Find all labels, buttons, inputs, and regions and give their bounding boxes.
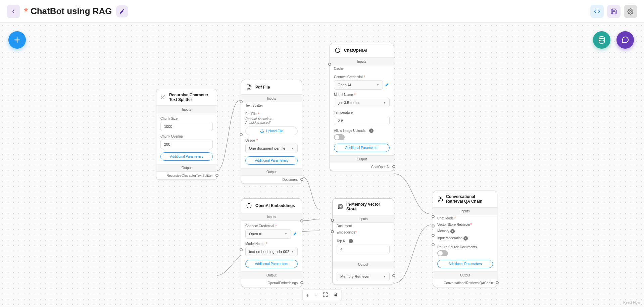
port-mid[interactable]	[240, 133, 243, 136]
embeddings-port[interactable]	[331, 230, 334, 233]
chat-model-label: Chat Model*	[433, 215, 497, 221]
svg-rect-12	[335, 294, 337, 296]
node-vector-store[interactable]: In-Memory Vector Store Inputs Document E…	[332, 198, 394, 285]
credential-select[interactable]: Open AI▼	[245, 229, 291, 239]
pdf-file-label: Pdf File*	[245, 112, 298, 116]
model-select[interactable]: text-embedding-ada-002▼	[245, 247, 298, 256]
info-icon[interactable]: i	[349, 239, 353, 243]
svg-text:PDF: PDF	[248, 88, 250, 89]
additional-params-button[interactable]: Additional Parameters	[160, 152, 213, 161]
output-port[interactable]	[392, 274, 395, 277]
cache-port[interactable]	[328, 63, 331, 66]
chat-model-port[interactable]	[432, 215, 435, 218]
pencil-icon	[385, 82, 390, 87]
chat-icon	[621, 36, 629, 44]
allow-image-toggle[interactable]	[334, 134, 345, 140]
additional-params-button[interactable]: Additional Parameters	[437, 260, 493, 268]
port-top[interactable]	[300, 219, 303, 222]
back-button[interactable]	[7, 5, 20, 18]
page-title: ChatBot using RAG	[31, 6, 112, 16]
edit-credential-button[interactable]	[293, 231, 298, 237]
fit-view-button[interactable]	[323, 292, 328, 299]
usage-select[interactable]: One document per file▼	[245, 144, 298, 153]
zoom-in-button[interactable]: +	[306, 292, 309, 298]
flow-canvas[interactable]: AB Recursive Character Text Splitter Inp…	[0, 23, 644, 307]
node-pdf-file[interactable]: PDF Pdf File Inputs Text Splitter Pdf Fi…	[241, 80, 302, 184]
lock-button[interactable]	[334, 292, 338, 298]
moderation-port[interactable]	[432, 243, 435, 246]
save-button[interactable]	[607, 5, 621, 18]
output-select[interactable]: Memory Retriever▼	[337, 272, 390, 281]
model-select[interactable]: gpt-3.5-turbo▼	[334, 98, 390, 107]
svg-text:QA: QA	[438, 200, 441, 202]
additional-params-button[interactable]: Additional Parameters	[334, 144, 390, 152]
openai-icon	[245, 202, 253, 209]
inputs-section: Inputs	[241, 213, 302, 221]
output-section: Output	[156, 164, 217, 172]
text-splitter-port[interactable]	[240, 100, 243, 103]
info-icon[interactable]: i	[463, 236, 468, 241]
chain-icon: QA	[437, 195, 443, 203]
edit-credential-button[interactable]	[385, 82, 390, 88]
fit-icon	[323, 292, 328, 297]
credential-label: Connect Credential*	[245, 224, 298, 228]
additional-params-button[interactable]: Additional Parameters	[245, 156, 298, 165]
settings-button[interactable]	[624, 5, 637, 18]
node-title: Recursive Character Text Splitter	[169, 93, 213, 102]
return-docs-toggle[interactable]	[437, 250, 448, 256]
edit-title-button[interactable]	[116, 5, 128, 17]
additional-params-button[interactable]: Additional Parameters	[245, 260, 298, 268]
return-docs-label: Return Source Documents	[437, 245, 493, 249]
output-port[interactable]	[496, 281, 499, 284]
output-port[interactable]	[392, 165, 395, 168]
node-openai-embeddings[interactable]: OpenAI Embeddings Inputs Connect Credent…	[241, 198, 302, 287]
pdf-icon: PDF	[245, 84, 253, 91]
gear-icon	[627, 8, 634, 15]
plus-icon	[13, 36, 21, 44]
output-port[interactable]	[300, 281, 303, 284]
chat-button[interactable]	[616, 31, 634, 49]
credential-label: Connect Credential*	[334, 75, 390, 79]
inputs-section: Inputs	[433, 207, 497, 215]
output-section: Output	[241, 271, 302, 279]
retriever-port[interactable]	[432, 224, 435, 227]
output-name: ChatOpenAI	[330, 163, 394, 171]
embeddings-label: Embeddings*	[333, 229, 394, 236]
output-port[interactable]	[300, 178, 303, 181]
node-title: OpenAI Embeddings	[255, 203, 295, 208]
temperature-input[interactable]	[334, 116, 390, 125]
svg-point-6	[247, 203, 251, 208]
output-section: Output	[333, 261, 394, 268]
chunk-size-input[interactable]	[160, 122, 213, 131]
topk-input[interactable]	[337, 245, 390, 254]
memory-icon	[337, 203, 344, 210]
output-section: Output	[241, 168, 302, 176]
add-node-button[interactable]	[8, 31, 26, 49]
node-text-splitter[interactable]: AB Recursive Character Text Splitter Inp…	[156, 89, 217, 180]
node-title: In-Memory Vector Store	[346, 202, 390, 211]
info-icon[interactable]: i	[450, 229, 455, 234]
code-button[interactable]	[590, 5, 604, 18]
upload-button[interactable]: Upload File	[245, 126, 298, 135]
openai-icon	[334, 47, 341, 54]
node-qa-chain[interactable]: QA Conversational Retrieval QA Chain Inp…	[433, 191, 497, 287]
output-port[interactable]	[215, 174, 218, 177]
attribution: React Flow	[623, 301, 640, 304]
node-chat-openai[interactable]: ChatOpenAI Inputs Cache Connect Credenti…	[330, 43, 394, 171]
info-icon[interactable]: i	[369, 129, 374, 133]
memory-port[interactable]	[432, 234, 435, 237]
database-button[interactable]	[593, 31, 610, 49]
pencil-icon	[293, 231, 298, 236]
document-port[interactable]	[331, 219, 334, 222]
document-label: Document	[333, 223, 394, 229]
chevron-left-icon	[10, 8, 16, 14]
credential-select[interactable]: Open AI▼	[334, 80, 383, 90]
svg-text:B: B	[163, 98, 165, 100]
output-name: Document	[241, 176, 302, 184]
cache-label: Cache	[330, 65, 394, 72]
zoom-out-button[interactable]: −	[314, 292, 317, 298]
node-title: Pdf File	[255, 85, 270, 90]
port-left[interactable]	[240, 248, 243, 251]
memory-label: Memory i	[433, 228, 497, 235]
chunk-overlap-input[interactable]	[160, 140, 213, 149]
